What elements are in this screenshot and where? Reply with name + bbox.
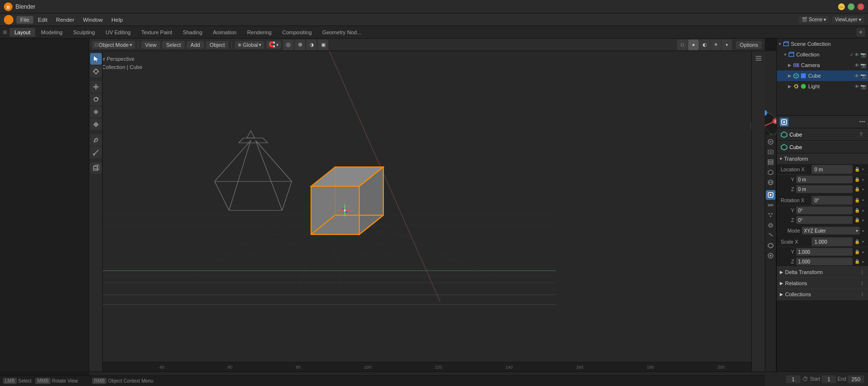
tab-shading[interactable]: Shading bbox=[178, 28, 207, 37]
object-props-active-btn[interactable] bbox=[766, 190, 775, 200]
menu-window[interactable]: Window bbox=[79, 16, 107, 24]
cube-eye-icon[interactable]: 👁 bbox=[854, 73, 859, 79]
light-camera-icon[interactable]: 📷 bbox=[860, 84, 866, 89]
scale-y-dot[interactable]: ● bbox=[862, 250, 864, 254]
current-frame[interactable]: 1 bbox=[786, 375, 800, 383]
scale-x-dot[interactable]: ● bbox=[862, 239, 864, 244]
delta-options-icon[interactable] bbox=[859, 269, 865, 275]
rotation-z-lock[interactable]: 🔒 bbox=[854, 218, 860, 222]
rendered-shading[interactable]: ☀ bbox=[710, 40, 721, 50]
rotation-x-dot[interactable]: ● bbox=[862, 198, 864, 202]
rotation-x-value[interactable]: 0° bbox=[812, 196, 853, 205]
tab-geometry-nodes[interactable]: Geometry Nod... bbox=[317, 28, 366, 37]
menu-edit[interactable]: Edit bbox=[34, 16, 52, 24]
rotation-z-value[interactable]: 0° bbox=[796, 216, 853, 224]
location-y-value[interactable]: 0 m bbox=[796, 176, 853, 183]
minimize-button[interactable] bbox=[838, 3, 845, 10]
tab-layout[interactable]: Layout bbox=[10, 28, 35, 37]
rotation-y-dot[interactable]: ● bbox=[862, 208, 864, 213]
rotation-y-value[interactable]: 0° bbox=[796, 207, 853, 214]
scale-z-dot[interactable]: ● bbox=[862, 260, 864, 264]
end-frame[interactable]: 250 bbox=[848, 375, 864, 383]
move-tool-btn[interactable] bbox=[90, 81, 102, 93]
relations-header[interactable]: ▶ Relations bbox=[777, 278, 868, 289]
annotate-tool-btn[interactable] bbox=[90, 134, 102, 146]
properties-options-btn[interactable] bbox=[859, 119, 865, 125]
transform-tool-btn[interactable] bbox=[90, 119, 102, 130]
delta-transform-header[interactable]: ▶ Delta Transform bbox=[777, 267, 868, 277]
scale-z-lock[interactable]: 🔒 bbox=[854, 259, 860, 264]
light-eye-icon[interactable]: 👁 bbox=[854, 84, 859, 89]
pin-icon[interactable] bbox=[858, 132, 864, 138]
camera-eye-icon[interactable]: 👁 bbox=[854, 63, 859, 68]
xray-btn[interactable]: ▣ bbox=[318, 40, 328, 50]
select-menu[interactable]: Select bbox=[162, 41, 185, 49]
scale-x-value[interactable]: 1.000 bbox=[812, 237, 853, 246]
view-layer-props-btn[interactable] bbox=[766, 157, 775, 167]
scale-x-lock[interactable]: 🔒 bbox=[854, 239, 860, 244]
shading-options-dropdown[interactable]: ▾ bbox=[721, 40, 732, 50]
mode-selector[interactable]: □ Object Mode ▾ bbox=[92, 41, 135, 49]
tab-modeling[interactable]: Modeling bbox=[36, 28, 68, 37]
output-props-btn[interactable] bbox=[766, 147, 775, 157]
object-props-icon[interactable] bbox=[780, 118, 788, 126]
euler-mode-selector[interactable]: XYZ Euler ▾ bbox=[802, 227, 860, 234]
show-gizmo-btn[interactable]: ⊕ bbox=[295, 40, 305, 50]
solid-shading[interactable]: ● bbox=[688, 40, 699, 50]
particles-props-btn[interactable] bbox=[766, 210, 775, 220]
scale-tool-btn[interactable] bbox=[90, 106, 102, 118]
start-frame[interactable]: 1 bbox=[822, 375, 836, 383]
location-y-dot[interactable]: ● bbox=[862, 178, 864, 182]
outliner-item-cube[interactable]: ▶ Cube 👁 📷 bbox=[777, 70, 868, 81]
options-btn[interactable]: Options bbox=[736, 41, 762, 49]
collections-options-icon[interactable] bbox=[859, 291, 865, 297]
tab-compositing[interactable]: Compositing bbox=[277, 28, 316, 37]
add-cube-tool-btn[interactable] bbox=[90, 162, 102, 174]
maximize-button[interactable] bbox=[848, 3, 854, 10]
select-tool-btn[interactable] bbox=[90, 53, 102, 65]
n-panel-toggle[interactable] bbox=[753, 53, 764, 64]
location-z-dot[interactable]: ● bbox=[862, 187, 864, 192]
menu-render[interactable]: Render bbox=[52, 16, 78, 24]
tab-texture-paint[interactable]: Texture Paint bbox=[136, 28, 177, 37]
cube-camera-icon[interactable]: 📷 bbox=[860, 73, 866, 79]
rotation-z-dot[interactable]: ● bbox=[862, 218, 864, 222]
location-z-lock[interactable]: 🔒 bbox=[854, 187, 860, 192]
rotate-tool-btn[interactable] bbox=[90, 94, 102, 105]
wireframe-shading[interactable]: □ bbox=[677, 40, 688, 50]
add-menu[interactable]: Add bbox=[187, 41, 204, 49]
material-props-btn[interactable] bbox=[766, 251, 775, 261]
collection-checkbox[interactable]: ✓ bbox=[850, 52, 854, 57]
collections-header[interactable]: ▶ Collections bbox=[777, 289, 868, 300]
outliner-item-collection[interactable]: ▾ Collection ✓ 👁 📷 bbox=[777, 49, 868, 60]
relations-options-icon[interactable] bbox=[859, 280, 865, 286]
cursor-tool-btn[interactable] bbox=[90, 66, 102, 77]
render-props-btn[interactable] bbox=[766, 137, 775, 147]
scale-z-value[interactable]: 1.000 bbox=[796, 258, 853, 265]
tab-uv-editing[interactable]: UV Editing bbox=[101, 28, 136, 37]
outliner-item-camera[interactable]: ▶ Camera 👁 📷 bbox=[777, 60, 868, 70]
scale-y-value[interactable]: 1.000 bbox=[796, 248, 853, 256]
physics-props-btn[interactable] bbox=[766, 221, 775, 230]
location-x-value[interactable]: 0 m bbox=[812, 165, 853, 174]
collection-camera-icon[interactable]: 📷 bbox=[860, 52, 866, 57]
scene-selector[interactable]: 🎬 Scene ▾ bbox=[799, 16, 829, 23]
transform-header[interactable]: ▾ Transform bbox=[777, 153, 868, 164]
proportional-edit-btn[interactable]: ◎ bbox=[283, 40, 294, 50]
location-x-dot[interactable]: ● bbox=[862, 167, 864, 171]
tab-rendering[interactable]: Rendering bbox=[242, 28, 276, 37]
material-shading[interactable]: ◐ bbox=[699, 40, 710, 50]
measure-tool-btn[interactable] bbox=[90, 147, 102, 158]
view-menu[interactable]: View bbox=[141, 41, 161, 49]
tab-sculpting[interactable]: Sculpting bbox=[68, 28, 100, 37]
location-x-lock[interactable]: 🔒 bbox=[854, 167, 860, 172]
data-props-btn[interactable] bbox=[766, 241, 775, 250]
transform-orientation[interactable]: ⊕ Global ▾ bbox=[235, 41, 264, 49]
snap-toggle[interactable]: 🧲 ▾ bbox=[266, 41, 281, 49]
location-z-value[interactable]: 0 m bbox=[796, 185, 853, 193]
modifier-props-btn[interactable] bbox=[766, 200, 775, 210]
viewlayer-selector[interactable]: ViewLayer ▾ bbox=[832, 16, 864, 23]
camera-camera-icon[interactable]: 📷 bbox=[860, 63, 866, 68]
outliner-item-scene-collection[interactable]: ▾ Scene Collection bbox=[777, 39, 868, 49]
close-button[interactable] bbox=[857, 3, 864, 10]
